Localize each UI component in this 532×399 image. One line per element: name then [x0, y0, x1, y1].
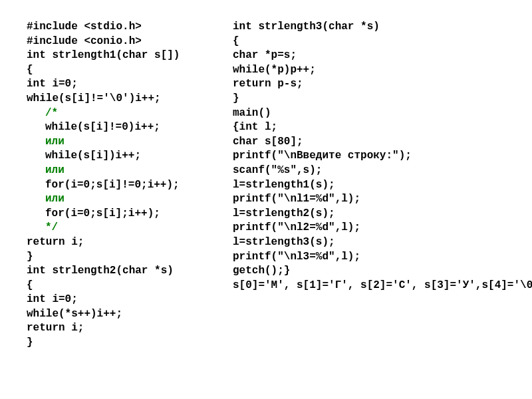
- code-line: getch();}: [233, 264, 512, 279]
- code-line: return i;: [27, 235, 233, 250]
- code-line: while(s[i])i++;: [27, 149, 233, 164]
- code-line: for(i=0;s[i];i++);: [27, 207, 233, 221]
- code-line: l=strlength1(s);: [233, 178, 512, 193]
- code-line: #include <stdio.h>: [27, 20, 233, 35]
- comment-line: или: [27, 135, 233, 150]
- right-column: int strlength3(char *s) { char *p=s; whi…: [233, 20, 512, 350]
- code-line: while(s[i]!=0)i++;: [27, 120, 233, 135]
- code-line: return i;: [27, 321, 233, 336]
- code-line: printf("\nВведите строку:");: [233, 149, 512, 164]
- code-line: int i=0;: [27, 293, 233, 307]
- code-line: while(s[i]!='\0')i++;: [27, 92, 233, 106]
- code-line: int strlength2(char *s): [27, 264, 233, 279]
- left-column: #include <stdio.h> #include <conio.h> in…: [27, 20, 233, 350]
- code-line: char s[80];: [233, 135, 512, 150]
- code-line: l=strlength2(s);: [233, 207, 512, 221]
- code-line: while(*s++)i++;: [27, 307, 233, 322]
- comment-line: или: [27, 192, 233, 207]
- code-line: #include <conio.h>: [27, 35, 233, 49]
- code-line: {: [27, 279, 233, 293]
- code-line: int strlength1(char s[]): [27, 49, 233, 63]
- code-line: {: [27, 63, 233, 78]
- code-line: while(*p)p++;: [233, 63, 512, 78]
- code-line: }: [27, 250, 233, 265]
- comment-line: /*: [27, 106, 233, 121]
- code-line: {int l;: [233, 120, 512, 135]
- code-line: int i=0;: [27, 77, 233, 92]
- code-line: return p-s;: [233, 77, 512, 92]
- code-line: main(): [233, 106, 512, 121]
- comment-line: или: [27, 164, 233, 178]
- comment-line: */: [27, 221, 233, 235]
- code-line: printf("\nl2=%d",l);: [233, 221, 512, 235]
- array-description: s[0]='М', s[1]='Г', s[2]='С', s[3]='У',s…: [233, 279, 512, 293]
- code-line: char *p=s;: [233, 49, 512, 63]
- code-layout: #include <stdio.h> #include <conio.h> in…: [0, 0, 532, 350]
- code-line: printf("\nl3=%d",l);: [233, 250, 512, 265]
- code-line: for(i=0;s[i]!=0;i++);: [27, 178, 233, 193]
- code-line: scanf("%s",s);: [233, 164, 512, 178]
- code-line: }: [27, 336, 233, 350]
- code-line: }: [233, 92, 512, 106]
- code-line: int strlength3(char *s): [233, 20, 512, 35]
- code-line: l=strlength3(s);: [233, 235, 512, 250]
- code-line: {: [233, 35, 512, 49]
- code-line: printf("\nl1=%d",l);: [233, 192, 512, 207]
